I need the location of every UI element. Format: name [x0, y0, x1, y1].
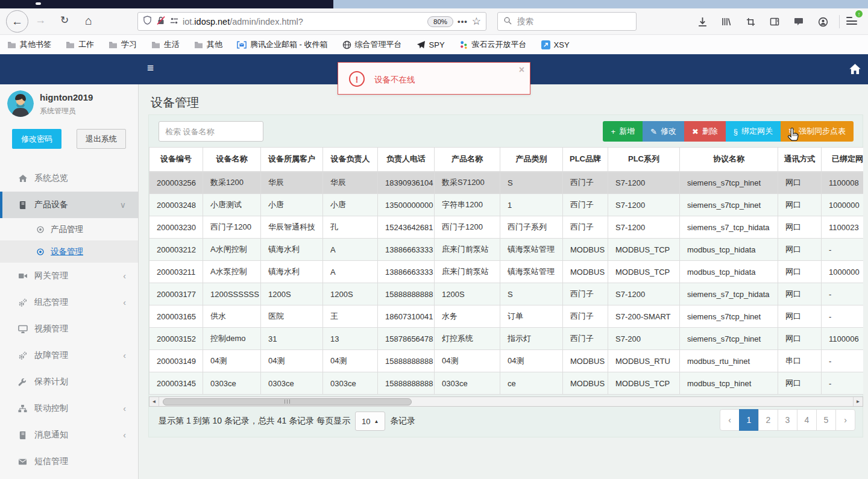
table-row[interactable]: 200003230西门子1200华辰智通科技孔15243642681西门子120… — [149, 216, 864, 239]
url-path: /admin/index.html? — [230, 17, 303, 27]
table-cell: 04测 — [435, 350, 500, 372]
新增-button[interactable]: +新增 — [603, 121, 643, 142]
table-row[interactable]: 200003152控制demo311315878656478灯控系统指示灯西门子… — [149, 328, 864, 350]
table-cell: 200003165 — [149, 305, 203, 328]
messages-icon[interactable] — [791, 14, 807, 29]
bookmark-item[interactable]: 腾讯企业邮箱 - 收件箱 — [237, 39, 328, 50]
permissions-icon[interactable] — [170, 16, 178, 27]
table-cell: 15888888888 — [378, 283, 435, 305]
table-row[interactable]: 20000314904测04测04测1588888888804测04测MODBU… — [149, 350, 864, 372]
button-label: 新增 — [619, 126, 635, 137]
sidebar-pane-icon[interactable] — [767, 14, 782, 29]
sidebar-item-视频管理[interactable]: 视频管理 — [0, 316, 138, 342]
table-cell: 网口 — [778, 283, 822, 305]
bookmark-label: 综合管理平台 — [355, 39, 402, 50]
update-badge-icon[interactable]: ↑ — [854, 9, 864, 19]
logout-button[interactable]: 退出系统 — [77, 129, 126, 149]
book-icon — [18, 431, 34, 440]
bookmark-item[interactable]: 生活 — [151, 39, 180, 50]
table-cell: 西门子 — [563, 305, 608, 328]
bookmark-item[interactable]: 学习 — [108, 39, 137, 50]
bookmark-label: 其他 — [207, 39, 222, 50]
button-label: 删除 — [702, 126, 718, 137]
table-row[interactable]: 200003211A水泵控制镇海水利A13886663333庶来门前泵站镇海泵站… — [149, 261, 864, 283]
sidebar-item-产品设备[interactable]: 产品设备∨ — [0, 192, 138, 218]
table-row[interactable]: 200003212A水闸控制镇海水利A13886663333庶来门前泵站镇海泵站… — [149, 239, 864, 261]
pagination-page-5[interactable]: 5 — [816, 409, 836, 431]
table-cell: 网口 — [778, 216, 822, 239]
bookmark-item[interactable]: SPY — [417, 40, 445, 49]
horizontal-scrollbar[interactable]: ◄ ► — [149, 396, 863, 407]
screenshot-icon[interactable] — [743, 14, 758, 29]
table-cell: S7-200-SMART — [608, 305, 680, 328]
bookmark-item[interactable]: 工作 — [66, 39, 94, 50]
bookmark-item[interactable]: 其他书签 — [7, 39, 51, 50]
pagination-page-1[interactable]: 1 — [739, 409, 759, 431]
table-row[interactable]: 200003248小唐测试小唐小唐13500000000字符串12001西门子S… — [149, 194, 864, 216]
pagination-prev[interactable]: ‹ — [720, 409, 740, 431]
account-icon[interactable] — [815, 14, 831, 29]
app-home-icon[interactable] — [849, 63, 861, 78]
scrollbar-thumb[interactable] — [163, 398, 412, 405]
sidebar-item-短信管理[interactable]: 短信管理 — [0, 448, 138, 475]
browser-home-button[interactable]: ⌂ — [81, 14, 96, 28]
修改-button[interactable]: ✎修改 — [643, 121, 684, 142]
device-search-input[interactable] — [159, 121, 263, 142]
alert-close-icon[interactable]: × — [519, 64, 524, 75]
sidebar-item-网关管理[interactable]: 网关管理‹ — [0, 263, 138, 289]
page-actions-icon[interactable]: ••• — [458, 17, 468, 26]
table-cell: 200003145 — [149, 372, 203, 395]
menu-hamburger-icon[interactable] — [846, 17, 857, 27]
shield-icon[interactable] — [143, 16, 152, 27]
强制同步点表-button[interactable]: ↻强制同步点表 — [781, 121, 854, 142]
table-cell: 王 — [323, 305, 378, 328]
bookmark-item[interactable]: 其他 — [194, 39, 222, 50]
downloads-icon[interactable] — [694, 14, 710, 29]
sidebar-item-系统总览[interactable]: 系统总览 — [0, 165, 138, 192]
sidebar-item-保养计划[interactable]: 保养计划 — [0, 369, 138, 395]
table-row[interactable]: 200003256数采1200华辰华辰18390936104数采S71200S西… — [149, 172, 864, 194]
table-row[interactable]: 200003165供水医院王18607310041水务订单西门子S7-200-S… — [149, 305, 864, 328]
table-cell: siemens_s7tcp_hinet — [680, 172, 778, 194]
sidebar-subitem-设备管理[interactable]: 设备管理 — [0, 240, 138, 263]
forward-button[interactable]: → — [33, 14, 48, 27]
bookmark-label: SPY — [429, 40, 445, 49]
library-icon[interactable] — [719, 14, 734, 29]
bookmark-label: XSY — [554, 40, 570, 49]
table-cell: 镇海水利 — [261, 261, 323, 283]
page-size-dropdown[interactable]: 10 ▲ — [355, 412, 385, 431]
绑定网关-button[interactable]: §绑定网关 — [726, 121, 781, 142]
sidebar-subitem-产品管理[interactable]: 产品管理 — [0, 218, 138, 240]
table-row[interactable]: 2000031450303ce0303ce0303ce1588888888803… — [149, 372, 864, 395]
wrench-icon — [18, 378, 34, 386]
sync-icon: ↻ — [788, 127, 795, 136]
sidebar-toggle-icon[interactable]: ≡ — [147, 61, 154, 75]
sidebar-item-联动控制[interactable]: 联动控制‹ — [0, 395, 138, 422]
insecure-lock-icon[interactable] — [156, 16, 166, 28]
删除-button[interactable]: ✖删除 — [684, 121, 726, 142]
scroll-right-arrow[interactable]: ► — [853, 397, 863, 406]
table-cell: 1100006 — [822, 328, 864, 350]
change-password-button[interactable]: 修改密码 — [12, 129, 61, 149]
reload-button[interactable]: ↻ — [57, 14, 72, 27]
bookmark-star-icon[interactable]: ☆ — [472, 15, 481, 28]
pagination-page-4[interactable]: 4 — [797, 409, 817, 431]
page-title: 设备管理 — [151, 95, 199, 111]
sidebar-item-组态管理[interactable]: 组态管理‹ — [0, 289, 138, 316]
scroll-left-arrow[interactable]: ◄ — [149, 397, 159, 406]
url-bar[interactable]: iot.idosp.net/admin/index.html? 80% ••• … — [137, 12, 486, 31]
sidebar-item-消息通知[interactable]: 消息通知‹ — [0, 422, 138, 448]
bookmark-item[interactable]: XSY — [541, 40, 570, 49]
zoom-level-badge[interactable]: 80% — [427, 16, 453, 27]
bookmark-item[interactable]: 萤石云开放平台 — [459, 39, 527, 50]
back-button[interactable]: ← — [6, 10, 28, 33]
pagination-page-3[interactable]: 3 — [778, 409, 797, 431]
pagination-next[interactable]: › — [835, 409, 855, 431]
bookmark-item[interactable]: 综合管理平台 — [342, 39, 402, 50]
table-cell: 西门子 — [563, 283, 608, 305]
browser-search-input[interactable] — [516, 16, 631, 27]
table-cell: 31 — [261, 328, 323, 350]
sidebar-item-故障管理[interactable]: 故障管理‹ — [0, 342, 138, 369]
pagination-page-2[interactable]: 2 — [758, 409, 778, 431]
table-row[interactable]: 2000031771200SSSSSS1200S1200S15888888888… — [149, 283, 864, 305]
